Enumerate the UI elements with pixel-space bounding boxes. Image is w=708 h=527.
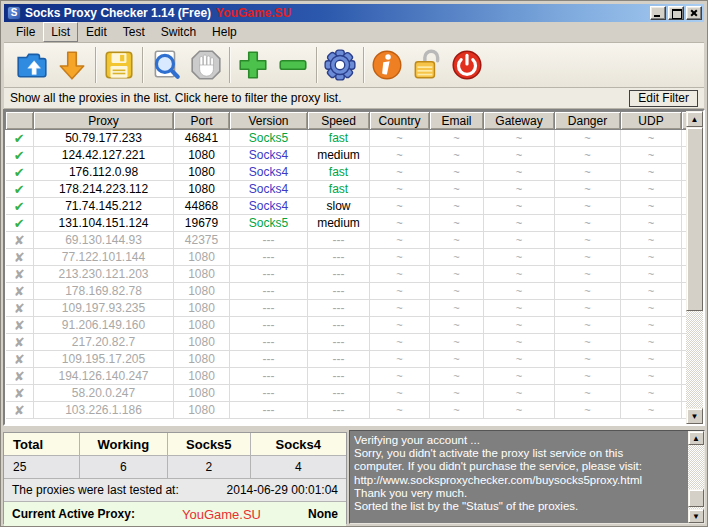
menu-edit[interactable]: Edit — [78, 22, 115, 42]
scroll-down-icon[interactable]: ▼ — [688, 509, 704, 523]
table-row[interactable]: ✘77.122.101.1441080------~~~~~ — [6, 249, 689, 266]
version-cell: --- — [230, 300, 308, 317]
danger-cell: ~ — [555, 368, 621, 385]
table-row[interactable]: ✔176.112.0.981080Socks4fast~~~~~ — [6, 164, 689, 181]
table-row[interactable]: ✘58.20.0.2471080------~~~~~ — [6, 385, 689, 402]
search-icon[interactable] — [146, 45, 186, 85]
column-header[interactable]: Danger — [555, 112, 621, 130]
power-icon[interactable] — [447, 45, 487, 85]
toolbar-separator — [229, 47, 230, 83]
proxy-cell: 69.130.144.93 — [34, 232, 174, 249]
scroll-up-icon[interactable]: ▲ — [688, 431, 704, 445]
column-header[interactable]: Email — [430, 112, 484, 130]
gear-icon[interactable] — [320, 45, 360, 85]
menu-test[interactable]: Test — [115, 22, 153, 42]
menu-help[interactable]: Help — [204, 22, 245, 42]
table-row[interactable]: ✘194.126.140.2471080------~~~~~ — [6, 368, 689, 385]
udp-cell: ~ — [621, 147, 682, 164]
table-row[interactable]: ✘91.206.149.1601080------~~~~~ — [6, 317, 689, 334]
danger-cell: ~ — [555, 215, 621, 232]
danger-cell: ~ — [555, 317, 621, 334]
country-cell: ~ — [370, 385, 430, 402]
lock-icon[interactable] — [407, 45, 447, 85]
summary-value-socks4: 4 — [251, 456, 346, 478]
gateway-cell: ~ — [484, 198, 555, 215]
danger-cell: ~ — [555, 164, 621, 181]
version-cell: Socks5 — [230, 130, 308, 147]
table-row[interactable]: ✔71.74.145.21244868Socks4slow~~~~~ — [6, 198, 689, 215]
udp-cell: ~ — [621, 283, 682, 300]
table-row[interactable]: ✘178.169.82.781080------~~~~~ — [6, 283, 689, 300]
column-header[interactable]: Speed — [308, 112, 370, 130]
scroll-down-icon[interactable]: ▼ — [686, 408, 703, 424]
speed-cell: fast — [308, 181, 370, 198]
port-cell: 44868 — [174, 198, 230, 215]
close-button[interactable] — [686, 6, 702, 20]
danger-cell: ~ — [555, 181, 621, 198]
table-row[interactable]: ✘109.197.93.2351080------~~~~~ — [6, 300, 689, 317]
info-icon[interactable] — [367, 45, 407, 85]
email-cell: ~ — [430, 317, 484, 334]
version-cell: --- — [230, 385, 308, 402]
cross-icon: ✘ — [6, 249, 34, 266]
country-cell: ~ — [370, 249, 430, 266]
column-header[interactable] — [6, 112, 34, 130]
table-row[interactable]: ✘103.226.1.1861080------~~~~~ — [6, 402, 689, 419]
version-cell: Socks4 — [230, 198, 308, 215]
table-vertical-scrollbar[interactable]: ▲ ▼ — [686, 111, 703, 424]
scrollbar-thumb[interactable] — [686, 127, 703, 311]
gateway-cell: ~ — [484, 249, 555, 266]
version-cell: --- — [230, 317, 308, 334]
minus-icon[interactable] — [273, 45, 313, 85]
port-cell: 1080 — [174, 147, 230, 164]
table-row[interactable]: ✔50.79.177.23346841Socks5fast~~~~~ — [6, 130, 689, 147]
country-cell: ~ — [370, 181, 430, 198]
table-row[interactable]: ✘109.195.17.2051080------~~~~~ — [6, 351, 689, 368]
maximize-button[interactable] — [668, 6, 684, 20]
column-header[interactable]: Country — [370, 112, 430, 130]
floppy-save-icon[interactable] — [99, 45, 139, 85]
filter-text[interactable]: Show all the proxies in the list. Click … — [10, 91, 341, 105]
table-row[interactable]: ✔131.104.151.12419679Socks5medium~~~~~ — [6, 215, 689, 232]
menu-list[interactable]: List — [43, 22, 78, 42]
edit-filter-button[interactable]: Edit Filter — [629, 90, 698, 107]
column-header[interactable]: Version — [230, 112, 308, 130]
table-row[interactable]: ✘69.130.144.9342375------~~~~~ — [6, 232, 689, 249]
scrollbar-thumb[interactable] — [688, 489, 704, 507]
scroll-up-icon[interactable]: ▲ — [686, 111, 703, 127]
table-row[interactable]: ✘217.20.82.71080------~~~~~ — [6, 334, 689, 351]
proxy-cell: 109.195.17.205 — [34, 351, 174, 368]
menu-switch[interactable]: Switch — [153, 22, 204, 42]
proxy-cell: 217.20.82.7 — [34, 334, 174, 351]
summary-header-working: Working — [80, 433, 168, 455]
minimize-button[interactable] — [650, 6, 666, 20]
filter-bar: Show all the proxies in the list. Click … — [4, 88, 704, 109]
status-line: computer. If you didn't purchase the ser… — [354, 460, 686, 473]
column-header[interactable]: Proxy — [34, 112, 174, 130]
column-header[interactable]: Port — [174, 112, 230, 130]
menu-file[interactable]: File — [8, 22, 43, 42]
port-cell: 1080 — [174, 368, 230, 385]
danger-cell: ~ — [555, 198, 621, 215]
table-row[interactable]: ✔124.42.127.2211080Socks4medium~~~~~ — [6, 147, 689, 164]
danger-cell: ~ — [555, 351, 621, 368]
plus-icon[interactable] — [233, 45, 273, 85]
udp-cell: ~ — [621, 300, 682, 317]
stop-hand-icon[interactable] — [186, 45, 226, 85]
table-row[interactable]: ✔178.214.223.1121080Socks4fast~~~~~ — [6, 181, 689, 198]
danger-cell: ~ — [555, 232, 621, 249]
title-bar[interactable]: S Socks Proxy Checker 1.14 (Free) YouGam… — [4, 4, 704, 22]
proxy-cell: 77.122.101.144 — [34, 249, 174, 266]
status-vertical-scrollbar[interactable]: ▲ ▼ — [688, 431, 704, 523]
column-header[interactable]: Gateway — [484, 112, 555, 130]
version-cell: --- — [230, 402, 308, 419]
danger-cell: ~ — [555, 402, 621, 419]
column-header[interactable]: UDP — [621, 112, 682, 130]
down-arrow-icon[interactable] — [52, 45, 92, 85]
folder-up-icon[interactable] — [12, 45, 52, 85]
summary-value-total: 25 — [4, 456, 80, 478]
check-icon: ✔ — [6, 198, 34, 215]
table-row[interactable]: ✘213.230.121.2031080------~~~~~ — [6, 266, 689, 283]
email-cell: ~ — [430, 351, 484, 368]
check-icon: ✔ — [6, 181, 34, 198]
